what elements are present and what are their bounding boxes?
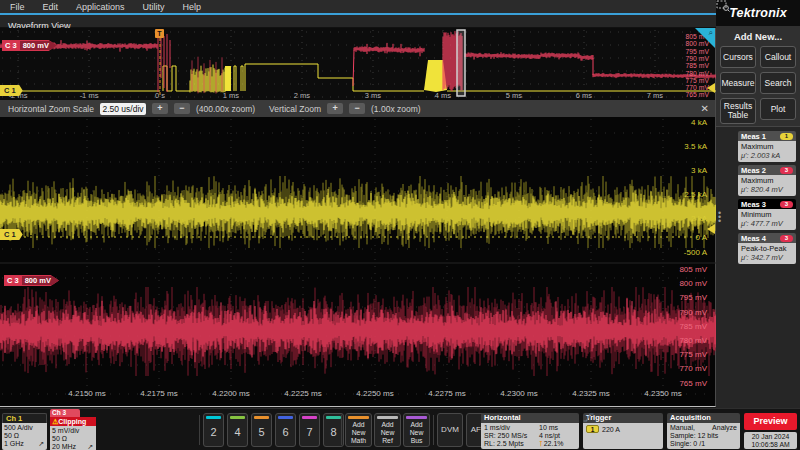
v-zoom-out-button[interactable]: −	[349, 103, 365, 114]
main-y-tick-ch1: -500 A	[684, 248, 707, 257]
main-x-tick: 4.2225 ms	[284, 389, 321, 398]
divider	[341, 415, 342, 445]
draw-a-box-icon	[716, 0, 730, 12]
h-zoom-factor: (400.00x zoom)	[196, 104, 255, 114]
ch1-setting-row: 1 GHz↗	[4, 440, 45, 448]
channel-number: 7	[300, 426, 319, 438]
menu-edit[interactable]: Edit	[43, 2, 59, 12]
channel-4-button[interactable]: 4	[227, 413, 248, 447]
main-y-tick-ch1: 2 kA	[691, 214, 707, 223]
dvm-button[interactable]: DVM	[437, 413, 463, 447]
measurement-name: Meas 4	[741, 234, 766, 243]
scale-arrow-icon: ↗	[38, 440, 44, 448]
ch3-offset: 800 mV	[22, 276, 59, 285]
measurement-badge[interactable]: Meas 23Maximumμ': 820.4 mV	[738, 165, 796, 196]
overview-x-tick: 6 ms	[576, 91, 592, 100]
add-callout-button[interactable]: Callout	[760, 46, 796, 68]
horizontal-row: 1 ms/div10 ms	[484, 424, 576, 432]
acquisition-panel[interactable]: Acquisition Manual, Analyze Sample: 12 b…	[667, 413, 740, 449]
ch3-settings-badge[interactable]: Ch 3 ⚠Clipping 5 mV/div50 Ω20 MHz↗	[50, 413, 96, 450]
measurement-name: Meas 3	[741, 200, 766, 209]
h-zoom-in-button[interactable]: +	[152, 103, 168, 114]
measurement-body: Maximumμ': 2.003 kA	[738, 141, 796, 162]
main-y-tick-ch3: 780 mV	[679, 336, 707, 345]
button-color-stripe	[348, 416, 369, 419]
h-zoom-scale-input[interactable]: 2.50 us/div	[100, 103, 146, 115]
add-search-button[interactable]: Search	[760, 72, 796, 94]
trigger-position-icon[interactable]: T	[155, 29, 164, 38]
menu-utility[interactable]: Utility	[143, 2, 165, 12]
measurement-name: Meas 2	[741, 166, 766, 175]
trigger-panel[interactable]: Trigger 1 220 A	[583, 413, 663, 449]
overview-x-tick: 7 ms	[647, 91, 663, 100]
ch3-setting-row: 5 mV/div	[52, 427, 94, 435]
channel-5-button[interactable]: 5	[251, 413, 272, 447]
add-new-button-grid: CursorsCalloutMeasureSearchResults Table…	[716, 46, 800, 124]
drag-handle-icon[interactable]: •••	[718, 211, 721, 223]
measurement-body: Peak-to-Peakμ': 342.7 mV	[738, 243, 796, 264]
overview-ch3-badge[interactable]: C 3800 mV	[2, 40, 57, 51]
preview-button[interactable]: Preview	[744, 413, 797, 430]
channel-color-stripe	[206, 416, 221, 419]
divider	[199, 415, 200, 445]
measurement-stat: Minimum	[741, 210, 793, 219]
menu-file[interactable]: File	[10, 2, 25, 12]
measurement-badge[interactable]: Meas 11Maximumμ': 2.003 kA	[738, 131, 796, 162]
trigger-level-arrow-icon[interactable]	[707, 224, 715, 234]
button-color-stripe	[406, 416, 427, 419]
add-measure-button[interactable]: Measure	[720, 72, 756, 94]
add-plot-button[interactable]: Plot	[760, 98, 796, 120]
measurement-stat: Maximum	[741, 142, 793, 151]
h-zoom-out-button[interactable]: −	[174, 103, 190, 114]
acq-mode: Manual,	[670, 424, 695, 432]
v-zoom-in-button[interactable]: +	[327, 103, 343, 114]
channel-7-button[interactable]: 7	[299, 413, 320, 447]
overview-plot[interactable]: -2 ms-1 ms0 s1 ms2 ms3 ms4 ms5 ms6 ms7 m…	[0, 28, 716, 100]
rising-edge-icon	[583, 413, 594, 422]
main-waveform-view[interactable]: 4 kA3.5 kA3 kA2.5 kA2 kA0 A-500 A805 mV8…	[0, 117, 716, 407]
measurement-badge[interactable]: Meas 43Peak-to-Peakμ': 342.7 mV	[738, 233, 796, 264]
add-results-table-button[interactable]: Results Table	[720, 98, 756, 124]
menu-applications[interactable]: Applications	[76, 2, 125, 12]
channel-number: 4	[228, 426, 247, 438]
add-new-math-button[interactable]: Add New Math	[345, 413, 372, 447]
channel-2-button[interactable]: 2	[203, 413, 224, 447]
overview-x-tick: 5 ms	[506, 91, 522, 100]
main-x-tick: 4.2150 ms	[68, 389, 105, 398]
ch3-tab: Ch 3	[50, 409, 80, 417]
add-new-bus-button-label: Add New Bus	[404, 421, 429, 445]
overview-ch1-badge[interactable]: C 1	[0, 85, 23, 96]
channel-6-button[interactable]: 6	[275, 413, 296, 447]
ch1-settings-badge[interactable]: Ch 1 500 A/div50 Ω1 GHz↗	[2, 413, 47, 450]
horizontal-cell: 4 ns/pt	[539, 432, 576, 440]
channel-color-stripe	[278, 416, 293, 419]
v-zoom-factor: (1.00x zoom)	[371, 104, 421, 114]
overview-x-tick: 1 ms	[223, 91, 239, 100]
menu-help[interactable]: Help	[183, 2, 202, 12]
measurement-header: Meas 11	[738, 131, 796, 141]
main-x-tick: 4.2175 ms	[140, 389, 177, 398]
channel-color-stripe	[254, 416, 269, 419]
add-new-bus-button[interactable]: Add New Bus	[403, 413, 430, 447]
main-y-tick-ch3: 790 mV	[679, 308, 707, 317]
close-icon[interactable]: ✕	[701, 103, 709, 114]
main-x-tick: 4.2275 ms	[428, 389, 465, 398]
measurement-header: Meas 23	[738, 165, 796, 175]
measurement-source-badge: 1	[780, 133, 793, 140]
ch3-offset: 800 mV	[20, 41, 57, 50]
overview-x-tick: 2 ms	[294, 91, 310, 100]
trigger-source-badge: 1	[586, 425, 599, 433]
main-ch3-badge[interactable]: C 3800 mV	[4, 275, 59, 286]
ch1-level-arrow-icon[interactable]	[707, 83, 715, 93]
zoom-scale-bar: Horizontal Zoom Scale 2.50 us/div + − (4…	[0, 100, 716, 117]
horizontal-title: Horizontal	[481, 413, 579, 423]
measurement-stat: Maximum	[741, 176, 793, 185]
overview-y-tick: 790 mV	[686, 55, 709, 62]
magnifier-icon: ⌕	[709, 28, 713, 38]
measurement-badge[interactable]: Meas 33Minimumμ': 477.7 mV	[738, 199, 796, 230]
horizontal-panel[interactable]: Horizontal 1 ms/div10 msSR: 250 MS/s4 ns…	[481, 413, 579, 449]
measurement-list: Meas 11Maximumμ': 2.003 kAMeas 23Maximum…	[738, 131, 796, 264]
main-ch1-badge[interactable]: C 1	[0, 229, 23, 240]
add-new-ref-button[interactable]: Add New Ref	[374, 413, 401, 447]
add-cursors-button[interactable]: Cursors	[720, 46, 756, 68]
